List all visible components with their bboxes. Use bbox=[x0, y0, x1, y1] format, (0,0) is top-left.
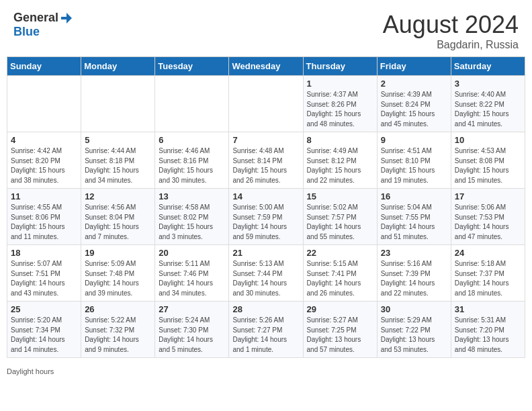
day-number: 28 bbox=[232, 304, 299, 314]
calendar-cell: 23Sunrise: 5:16 AMSunset: 7:39 PMDayligh… bbox=[377, 245, 451, 302]
calendar-footer: Daylight hours bbox=[0, 365, 532, 379]
calendar-cell: 8Sunrise: 4:49 AMSunset: 8:12 PMDaylight… bbox=[303, 132, 377, 189]
day-info: Sunrise: 4:55 AMSunset: 8:06 PMDaylight:… bbox=[11, 203, 77, 242]
day-info: Sunrise: 5:06 AMSunset: 7:53 PMDaylight:… bbox=[455, 203, 521, 242]
day-number: 26 bbox=[85, 304, 151, 314]
day-info: Sunrise: 4:48 AMSunset: 8:14 PMDaylight:… bbox=[232, 146, 299, 185]
calendar-week-row: 25Sunrise: 5:20 AMSunset: 7:34 PMDayligh… bbox=[7, 302, 525, 358]
calendar-cell: 9Sunrise: 4:51 AMSunset: 8:10 PMDaylight… bbox=[377, 132, 451, 189]
day-info: Sunrise: 4:42 AMSunset: 8:20 PMDaylight:… bbox=[11, 146, 77, 185]
calendar-cell: 26Sunrise: 5:22 AMSunset: 7:32 PMDayligh… bbox=[81, 302, 155, 358]
calendar-cell: 19Sunrise: 5:09 AMSunset: 7:48 PMDayligh… bbox=[81, 245, 155, 302]
day-info: Sunrise: 4:46 AMSunset: 8:16 PMDaylight:… bbox=[159, 146, 225, 185]
calendar-cell: 24Sunrise: 5:18 AMSunset: 7:37 PMDayligh… bbox=[451, 245, 525, 302]
day-number: 1 bbox=[307, 79, 373, 89]
logo-text-blue: Blue bbox=[13, 25, 40, 38]
calendar-week-row: 11Sunrise: 4:55 AMSunset: 8:06 PMDayligh… bbox=[7, 189, 525, 245]
day-number: 21 bbox=[232, 248, 299, 258]
calendar-cell bbox=[7, 76, 81, 132]
day-info: Sunrise: 5:22 AMSunset: 7:32 PMDaylight:… bbox=[85, 316, 151, 355]
calendar-cell: 13Sunrise: 4:58 AMSunset: 8:02 PMDayligh… bbox=[155, 189, 229, 245]
calendar-cell: 10Sunrise: 4:53 AMSunset: 8:08 PMDayligh… bbox=[451, 132, 525, 189]
calendar-cell: 18Sunrise: 5:07 AMSunset: 7:51 PMDayligh… bbox=[7, 245, 81, 302]
day-info: Sunrise: 5:18 AMSunset: 7:37 PMDaylight:… bbox=[455, 259, 521, 298]
svg-marker-0 bbox=[61, 13, 72, 24]
calendar-cell: 5Sunrise: 4:44 AMSunset: 8:18 PMDaylight… bbox=[81, 132, 155, 189]
day-info: Sunrise: 4:39 AMSunset: 8:24 PMDaylight:… bbox=[381, 90, 447, 129]
day-info: Sunrise: 4:44 AMSunset: 8:18 PMDaylight:… bbox=[85, 146, 151, 185]
day-number: 3 bbox=[455, 79, 521, 89]
calendar-header: SundayMondayTuesdayWednesdayThursdayFrid… bbox=[7, 57, 525, 76]
title-block: August 2024 Bagdarin, Russia bbox=[383, 11, 519, 51]
calendar-cell: 20Sunrise: 5:11 AMSunset: 7:46 PMDayligh… bbox=[155, 245, 229, 302]
weekday-header-tuesday: Tuesday bbox=[155, 57, 229, 76]
month-year-title: August 2024 bbox=[383, 11, 519, 39]
day-number: 7 bbox=[232, 135, 299, 145]
day-number: 30 bbox=[381, 304, 447, 314]
day-info: Sunrise: 5:09 AMSunset: 7:48 PMDaylight:… bbox=[85, 259, 151, 298]
day-info: Sunrise: 5:29 AMSunset: 7:22 PMDaylight:… bbox=[381, 316, 447, 355]
day-number: 10 bbox=[455, 135, 521, 145]
calendar-week-row: 18Sunrise: 5:07 AMSunset: 7:51 PMDayligh… bbox=[7, 245, 525, 302]
calendar-cell: 17Sunrise: 5:06 AMSunset: 7:53 PMDayligh… bbox=[451, 189, 525, 245]
weekday-header-thursday: Thursday bbox=[303, 57, 377, 76]
day-info: Sunrise: 4:51 AMSunset: 8:10 PMDaylight:… bbox=[381, 146, 447, 185]
day-number: 20 bbox=[159, 248, 225, 258]
day-info: Sunrise: 5:07 AMSunset: 7:51 PMDaylight:… bbox=[11, 259, 77, 298]
day-number: 13 bbox=[159, 191, 225, 201]
day-info: Sunrise: 5:13 AMSunset: 7:44 PMDaylight:… bbox=[232, 259, 299, 298]
day-number: 4 bbox=[11, 135, 77, 145]
page-header: General Blue August 2024 Bagdarin, Russi… bbox=[0, 0, 532, 56]
day-info: Sunrise: 5:16 AMSunset: 7:39 PMDaylight:… bbox=[381, 259, 447, 298]
calendar-cell: 21Sunrise: 5:13 AMSunset: 7:44 PMDayligh… bbox=[229, 245, 303, 302]
day-number: 17 bbox=[455, 191, 521, 201]
logo-arrow-icon bbox=[59, 11, 74, 26]
calendar-cell bbox=[81, 76, 155, 132]
calendar-cell: 7Sunrise: 4:48 AMSunset: 8:14 PMDaylight… bbox=[229, 132, 303, 189]
day-number: 8 bbox=[307, 135, 373, 145]
calendar-cell: 3Sunrise: 4:40 AMSunset: 8:22 PMDaylight… bbox=[451, 76, 525, 132]
day-number: 31 bbox=[455, 304, 521, 314]
day-number: 19 bbox=[85, 248, 151, 258]
calendar-cell: 2Sunrise: 4:39 AMSunset: 8:24 PMDaylight… bbox=[377, 76, 451, 132]
day-number: 14 bbox=[232, 191, 299, 201]
calendar-cell: 16Sunrise: 5:04 AMSunset: 7:55 PMDayligh… bbox=[377, 189, 451, 245]
day-number: 23 bbox=[381, 248, 447, 258]
calendar-cell: 12Sunrise: 4:56 AMSunset: 8:04 PMDayligh… bbox=[81, 189, 155, 245]
day-info: Sunrise: 4:40 AMSunset: 8:22 PMDaylight:… bbox=[455, 90, 521, 129]
day-info: Sunrise: 4:56 AMSunset: 8:04 PMDaylight:… bbox=[85, 203, 151, 242]
calendar-cell: 31Sunrise: 5:31 AMSunset: 7:20 PMDayligh… bbox=[451, 302, 525, 358]
day-info: Sunrise: 4:49 AMSunset: 8:12 PMDaylight:… bbox=[307, 146, 373, 185]
weekday-header-saturday: Saturday bbox=[451, 57, 525, 76]
calendar-body: 1Sunrise: 4:37 AMSunset: 8:26 PMDaylight… bbox=[7, 76, 525, 358]
day-info: Sunrise: 5:00 AMSunset: 7:59 PMDaylight:… bbox=[232, 203, 299, 242]
calendar-cell: 28Sunrise: 5:26 AMSunset: 7:27 PMDayligh… bbox=[229, 302, 303, 358]
day-info: Sunrise: 4:58 AMSunset: 8:02 PMDaylight:… bbox=[159, 203, 225, 242]
day-number: 6 bbox=[159, 135, 225, 145]
day-number: 5 bbox=[85, 135, 151, 145]
day-info: Sunrise: 4:53 AMSunset: 8:08 PMDaylight:… bbox=[455, 146, 521, 185]
day-number: 12 bbox=[85, 191, 151, 201]
day-info: Sunrise: 5:15 AMSunset: 7:41 PMDaylight:… bbox=[307, 259, 373, 298]
day-info: Sunrise: 5:02 AMSunset: 7:57 PMDaylight:… bbox=[307, 203, 373, 242]
day-number: 25 bbox=[11, 304, 77, 314]
calendar-cell: 15Sunrise: 5:02 AMSunset: 7:57 PMDayligh… bbox=[303, 189, 377, 245]
calendar-cell bbox=[229, 76, 303, 132]
day-number: 29 bbox=[307, 304, 373, 314]
day-info: Sunrise: 4:37 AMSunset: 8:26 PMDaylight:… bbox=[307, 90, 373, 129]
calendar-cell: 1Sunrise: 4:37 AMSunset: 8:26 PMDaylight… bbox=[303, 76, 377, 132]
calendar-cell: 22Sunrise: 5:15 AMSunset: 7:41 PMDayligh… bbox=[303, 245, 377, 302]
day-number: 22 bbox=[307, 248, 373, 258]
weekday-header-wednesday: Wednesday bbox=[229, 57, 303, 76]
calendar-container: SundayMondayTuesdayWednesdayThursdayFrid… bbox=[0, 56, 532, 365]
weekday-header-monday: Monday bbox=[81, 57, 155, 76]
calendar-cell: 30Sunrise: 5:29 AMSunset: 7:22 PMDayligh… bbox=[377, 302, 451, 358]
day-number: 2 bbox=[381, 79, 447, 89]
day-number: 27 bbox=[159, 304, 225, 314]
day-info: Sunrise: 5:26 AMSunset: 7:27 PMDaylight:… bbox=[232, 316, 299, 355]
day-info: Sunrise: 5:04 AMSunset: 7:55 PMDaylight:… bbox=[381, 203, 447, 242]
calendar-cell: 4Sunrise: 4:42 AMSunset: 8:20 PMDaylight… bbox=[7, 132, 81, 189]
calendar-cell: 6Sunrise: 4:46 AMSunset: 8:16 PMDaylight… bbox=[155, 132, 229, 189]
day-number: 24 bbox=[455, 248, 521, 258]
day-number: 15 bbox=[307, 191, 373, 201]
